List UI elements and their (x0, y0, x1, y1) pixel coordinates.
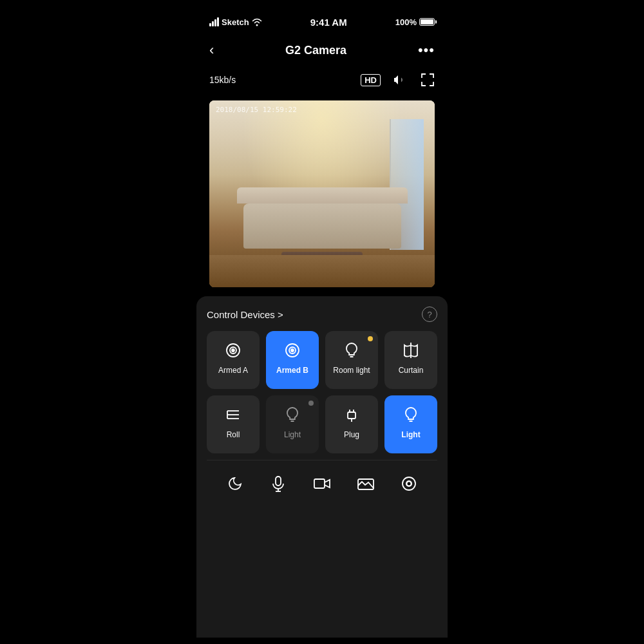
hd-button[interactable]: HD (361, 74, 381, 86)
camera-timestamp: 2018/08/15 12:59:22 (216, 106, 297, 114)
carrier-label: Sketch (222, 17, 249, 27)
toolbar: 15kb/s HD (196, 66, 448, 94)
device-grid-row1: Armed A Armed B (207, 331, 437, 389)
armed-a-icon (223, 340, 243, 361)
battery-icon (419, 18, 435, 26)
plug-svg-icon (343, 406, 361, 424)
device-tile-room-light[interactable]: Room light (325, 331, 378, 389)
svg-rect-18 (314, 479, 325, 488)
moon-button[interactable] (221, 469, 249, 498)
help-button[interactable]: ? (422, 307, 437, 322)
armed-a-label: Armed A (218, 366, 248, 375)
svg-point-2 (232, 349, 234, 352)
volume-button[interactable] (393, 74, 408, 86)
device-tile-light-1[interactable]: Light (266, 395, 319, 453)
roll-icon (223, 404, 243, 425)
control-title[interactable]: Control Devices > (207, 309, 283, 320)
control-header: Control Devices > ? (207, 307, 437, 322)
photo-button[interactable] (352, 469, 380, 498)
plug-icon (341, 404, 362, 425)
room-light-icon (341, 340, 362, 361)
camera-feed: 2018/08/15 12:59:22 (209, 100, 435, 287)
fullscreen-icon (421, 73, 435, 87)
security-icon (224, 341, 242, 359)
curtain-svg-icon (402, 341, 420, 359)
status-bar: Sketch 9:41 AM 100% (196, 6, 448, 35)
device-tile-roll[interactable]: Roll (207, 395, 260, 453)
bulb3-icon (402, 405, 420, 424)
volume-icon (393, 74, 408, 86)
security-active-icon (283, 341, 301, 359)
signal-bars (209, 17, 219, 26)
light2-label: Light (401, 430, 420, 439)
status-right: 100% (395, 17, 435, 27)
video-icon (314, 477, 330, 490)
nav-bar: ‹ G2 Camera ••• (196, 35, 448, 66)
time-display: 9:41 AM (310, 17, 347, 28)
svg-rect-15 (276, 477, 281, 486)
fullscreen-button[interactable] (421, 73, 435, 87)
wifi-icon (252, 18, 262, 26)
room-scene (209, 100, 435, 287)
more-button[interactable]: ••• (418, 42, 435, 59)
curtain-label: Curtain (399, 366, 424, 375)
light1-icon (282, 404, 303, 425)
roll-label: Roll (227, 430, 240, 439)
device-tile-curtain[interactable]: Curtain (384, 331, 437, 389)
moon-icon (227, 476, 243, 491)
room-light-label: Room light (333, 366, 370, 375)
battery-percent: 100% (395, 17, 417, 27)
curtain-icon (401, 340, 421, 361)
device-tile-light-2[interactable]: Light (384, 395, 437, 453)
record-button[interactable] (395, 469, 423, 498)
page-title: G2 Camera (285, 44, 346, 57)
roll-svg-icon (224, 406, 242, 424)
armed-b-icon (282, 340, 303, 361)
light1-status (308, 401, 314, 406)
record-icon (401, 476, 417, 491)
armed-b-label: Armed B (276, 366, 308, 375)
video-button[interactable] (308, 469, 336, 498)
device-tile-armed-b[interactable]: Armed B (266, 331, 319, 389)
room-light-status (368, 336, 373, 341)
device-grid-row2: Roll Light (207, 395, 437, 453)
plug-label: Plug (344, 430, 359, 439)
status-left: Sketch (209, 17, 262, 27)
back-button[interactable]: ‹ (209, 42, 214, 59)
device-tile-armed-a[interactable]: Armed A (207, 331, 260, 389)
sofa-element (243, 204, 401, 249)
bottom-bar (207, 460, 437, 509)
control-section: Control Devices > ? Armed A (196, 296, 448, 638)
floor-element (209, 255, 435, 287)
svg-point-5 (291, 349, 294, 352)
speed-indicator: 15kb/s (209, 75, 236, 85)
bulb2-icon (283, 405, 301, 424)
photo-icon (357, 477, 374, 491)
mic-icon (271, 475, 285, 492)
svg-point-22 (408, 482, 411, 486)
device-tile-plug[interactable]: Plug (325, 395, 378, 453)
light2-icon (401, 404, 421, 425)
mic-button[interactable] (264, 469, 292, 498)
svg-rect-11 (348, 412, 355, 419)
bulb-icon (343, 341, 361, 360)
light1-label: Light (284, 430, 301, 439)
